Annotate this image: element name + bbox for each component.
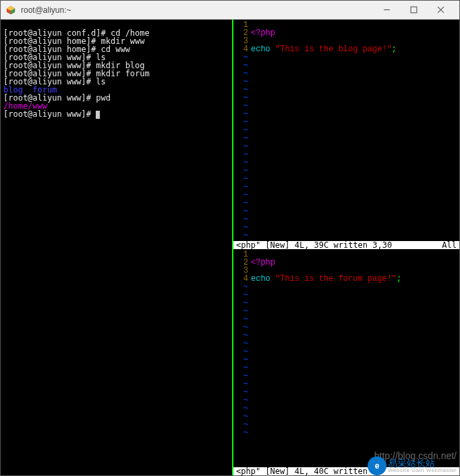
string-literal: "This is the forum page!" xyxy=(275,274,397,284)
svg-rect-4 xyxy=(411,7,417,13)
window-title: root@aliyun:~ xyxy=(21,5,373,15)
editor-column: 1234~~~~~~~~~~~~~~~~~~~~~~~ <?php echo "… xyxy=(233,20,459,475)
vim-status-bar: <php" [New] 4L, 39C written 3,30 All xyxy=(233,241,459,249)
editor-bottom-pane[interactable]: 1234~~~~~~~~~~~~~~~~~~~ <?php echo "This… xyxy=(233,249,459,475)
echo-keyword: echo xyxy=(251,45,275,54)
code-area[interactable]: <?php echo "This is the forum page!"; ht… xyxy=(251,250,459,467)
close-button[interactable] xyxy=(427,1,454,19)
string-literal: "This is the blog page!" xyxy=(275,45,392,54)
line-gutter: 1234~~~~~~~~~~~~~~~~~~~ xyxy=(233,250,251,467)
php-open-tag: <?php xyxy=(251,28,275,38)
titlebar[interactable]: root@aliyun:~ xyxy=(1,1,459,20)
cursor xyxy=(96,111,100,119)
prompt: [root@aliyun www]# xyxy=(3,109,96,119)
terminal-body[interactable]: [root@aliyun conf.d]# cd /home [root@ali… xyxy=(1,20,459,475)
line-gutter: 1234~~~~~~~~~~~~~~~~~~~~~~~ xyxy=(233,21,251,241)
semicolon: ; xyxy=(397,274,401,284)
cmd: ls xyxy=(96,77,105,86)
php-open-tag: <?php xyxy=(251,258,275,267)
vim-status-bar: <php" [New] 4L, 40C written 4 xyxy=(233,467,459,475)
semicolon: ; xyxy=(392,45,397,54)
echo-keyword: echo xyxy=(251,274,275,284)
app-icon xyxy=(6,5,16,15)
xshell-window: root@aliyun:~ [root@aliyun conf.d]# cd /… xyxy=(0,0,460,476)
shell-pane[interactable]: [root@aliyun conf.d]# cd /home [root@ali… xyxy=(1,20,232,475)
maximize-button[interactable] xyxy=(400,1,427,19)
code-area[interactable]: <?php echo "This is the blog page!"; xyxy=(251,21,397,241)
minimize-button[interactable] xyxy=(373,1,400,19)
editor-top-pane[interactable]: 1234~~~~~~~~~~~~~~~~~~~~~~~ <?php echo "… xyxy=(233,20,459,249)
cmd: pwd xyxy=(96,93,111,103)
watermark-url: http://blog.csdn.net/ xyxy=(374,451,457,460)
